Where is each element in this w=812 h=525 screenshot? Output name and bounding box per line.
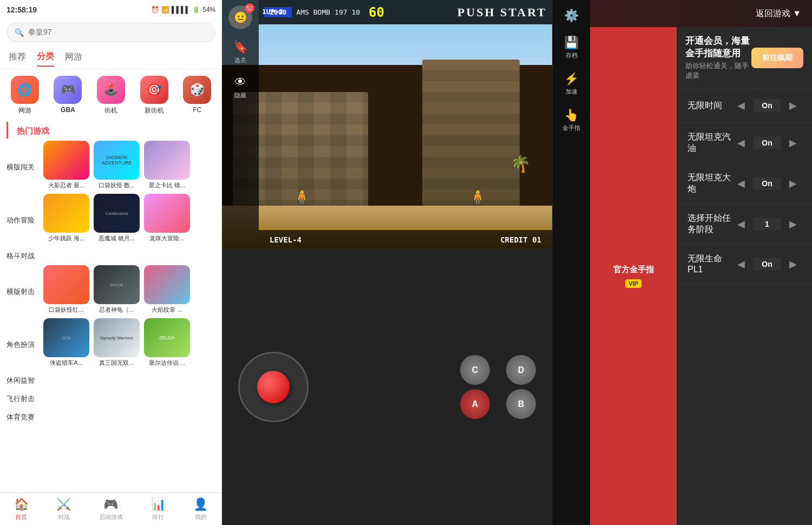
- category-icon-network: 🌐: [11, 76, 39, 104]
- game-row-fly: 飞行射击: [0, 388, 222, 406]
- cheat-arrow-left-time[interactable]: ◀: [733, 97, 749, 114]
- game-list: 热门游戏 横版闯关 火影忍者 最... DIGIMON ADVENTURE 口袋…: [0, 122, 222, 493]
- big-number: 60: [369, 5, 384, 20]
- gf-content: 开通会员，海量金手指随意用 助你轻松通关，随手虐菜 前往续期 无限时间 ◀ On: [677, 27, 812, 525]
- save-label: 存档: [566, 52, 578, 59]
- cheat-arrow-left-stage[interactable]: ◀: [733, 216, 749, 232]
- category-gba[interactable]: 🎮 GBA: [49, 76, 87, 115]
- game-row-rpg: 角色扮演 GTA 侠盗猎车A... Dynasty Warriors 真三国无双…: [0, 316, 222, 369]
- cheat-arrow-left-lives[interactable]: ◀: [733, 256, 749, 272]
- name-yugioh: 星之卡比 镜...: [144, 181, 190, 189]
- icon-save[interactable]: 💾 存档: [564, 36, 579, 59]
- game-zelda[interactable]: ZELDA 塞尔达传说 ...: [144, 318, 190, 367]
- cheat-value-stage: 1: [754, 218, 781, 231]
- wifi-icon: 📶: [161, 6, 169, 14]
- tab-recommend[interactable]: 推荐: [9, 48, 26, 66]
- dpad[interactable]: [238, 352, 309, 422]
- cheat-name-lives: 无限生命 PL1: [687, 253, 733, 274]
- cheat-control-stage: ◀ 1 ▶: [733, 216, 801, 232]
- button-d[interactable]: D: [506, 355, 536, 385]
- right-panel: ⚙️ 💾 存档 ⚡ 加速 👆 金手指 返回游戏 ▼: [552, 0, 812, 525]
- cheat-arrow-right-cannon[interactable]: ▶: [785, 175, 801, 192]
- sidebar-select-level[interactable]: 🔖 选关: [233, 40, 248, 64]
- game-row-shooter: 横版射击 口袋妖怪红... NINJA 忍者神龟（... 火焰纹章 ...: [0, 263, 222, 316]
- cheat-arrow-right-stage[interactable]: ▶: [785, 216, 801, 232]
- game-items-shooter: 口袋妖怪红... NINJA 忍者神龟（... 火焰纹章 ...: [43, 265, 190, 314]
- category-label-fc: FC: [193, 106, 201, 114]
- thumb-yugioh: [144, 141, 190, 180]
- cat-fighting: 格斗对战: [6, 247, 39, 261]
- game-digimon[interactable]: DIGIMON ADVENTURE 口袋妖怪 数...: [94, 141, 140, 189]
- bookmark-icon: 🔖: [233, 40, 248, 54]
- nav-profile[interactable]: 👤 我的: [193, 497, 208, 521]
- eye-icon: 👁: [234, 75, 246, 89]
- cheat-arrow-left-fuel[interactable]: ◀: [733, 135, 749, 151]
- game-pokemon[interactable]: 口袋妖怪红...: [43, 265, 89, 314]
- game-yugioh[interactable]: 星之卡比 镜...: [144, 141, 190, 189]
- name-fire: 火焰纹章 ...: [144, 306, 190, 314]
- name-onepice: 少年跳跃 海...: [43, 234, 89, 242]
- name-ninja: 忍者神龟（...: [94, 306, 140, 314]
- cheat-item-stage: 选择开始任务阶段 ◀ 1 ▶: [677, 204, 812, 245]
- btn-row-bottom: A B: [460, 389, 536, 419]
- game-fire[interactable]: 火焰纹章 ...: [144, 265, 190, 314]
- nav-battle[interactable]: ⚔️ 对战: [56, 497, 71, 521]
- turbo-label: 加速: [566, 88, 578, 95]
- tab-category[interactable]: 分类: [37, 48, 54, 67]
- category-label-new-arcade: 新街机: [145, 106, 164, 115]
- category-new-arcade[interactable]: 🎯 新街机: [135, 76, 173, 115]
- bomb-info: BOMB: [313, 8, 330, 16]
- search-input-wrapper[interactable]: 🔍 拳皇97: [6, 23, 215, 42]
- sidebar-hide[interactable]: 👁 隐藏: [234, 75, 246, 100]
- return-bar[interactable]: 返回游戏 ▼: [590, 0, 812, 27]
- search-bar: 🔍 拳皇97: [0, 19, 222, 45]
- vip-btn[interactable]: 前往续期: [751, 48, 803, 68]
- button-c[interactable]: C: [460, 355, 490, 385]
- action-buttons: C D A B: [460, 355, 536, 419]
- cat-shooter: 横版射击: [6, 265, 39, 314]
- nav-home[interactable]: 🏠 首页: [14, 497, 29, 521]
- nav-launch[interactable]: 🎮 启动游戏: [99, 497, 123, 521]
- game-onepice[interactable]: 少年跳跃 海...: [43, 194, 89, 242]
- middle-panel: 😐 52 🔖 选关 👁 隐藏 2000 AMS BOMB 197 10 60 P…: [222, 0, 552, 525]
- cheat-arrow-right-lives[interactable]: ▶: [785, 256, 801, 272]
- tab-online[interactable]: 网游: [65, 48, 82, 66]
- vip-promo: 开通会员，海量金手指随意用 助你轻松通关，随手虐菜 前往续期: [677, 27, 812, 89]
- game-dragonball[interactable]: 龙珠大冒险...: [144, 194, 190, 242]
- vip-badge: VIP: [625, 279, 641, 288]
- gold-finger-panel: 官方金手指 VIP 开通会员，海量金手指随意用 助你轻松通关，随手虐菜 前往续期: [590, 27, 812, 525]
- icon-turbo[interactable]: ⚡ 加速: [564, 72, 579, 95]
- cheat-arrow-right-time[interactable]: ▶: [785, 97, 801, 114]
- category-label-network: 网游: [18, 106, 31, 115]
- icon-gold-finger[interactable]: 👆 金手指: [562, 108, 580, 132]
- game-ninja[interactable]: NINJA 忍者神龟（...: [94, 265, 140, 314]
- game-row-action: 动作冒险 少年跳跃 海... Castlevania 恶魔城 晓月... 龙珠大…: [0, 192, 222, 245]
- battle-icon: ⚔️: [56, 497, 71, 511]
- cheat-item-time: 无限时间 ◀ On ▶: [677, 89, 812, 123]
- gf-tab[interactable]: 官方金手指 VIP: [590, 27, 677, 525]
- button-b[interactable]: B: [506, 389, 536, 419]
- game-castlevania[interactable]: Castlevania 恶魔城 晓月...: [94, 194, 140, 242]
- button-a[interactable]: A: [460, 389, 490, 419]
- cat-fly: 飞行射击: [6, 390, 39, 404]
- game-naruto[interactable]: 火影忍者 最...: [43, 141, 89, 189]
- nav-ranking[interactable]: 📊 排行: [151, 497, 166, 521]
- cheat-arrow-right-fuel[interactable]: ▶: [785, 135, 801, 151]
- game-gta[interactable]: GTA 侠盗猎车A...: [43, 318, 89, 367]
- nav-profile-label: 我的: [195, 513, 207, 521]
- category-fc[interactable]: 🎲 FC: [178, 76, 216, 115]
- category-network[interactable]: 🌐 网游: [6, 76, 44, 115]
- profile-icon: 👤: [193, 497, 208, 511]
- name-zelda: 塞尔达传说 ...: [144, 359, 190, 367]
- category-icon-fc: 🎲: [183, 76, 211, 104]
- cheat-control-fuel: ◀ On ▶: [733, 135, 801, 151]
- char-enemy: 🧍: [468, 188, 487, 206]
- cheat-item-lives: 无限生命 PL1 ◀ On ▶: [677, 245, 812, 284]
- signal-icon: ▌▌▌▌: [172, 6, 190, 14]
- cat-rpg: 角色扮演: [6, 318, 39, 367]
- cheat-arrow-left-cannon[interactable]: ◀: [733, 175, 749, 192]
- category-arcade[interactable]: 🕹️ 街机: [92, 76, 130, 115]
- game-dynasty[interactable]: Dynasty Warriors 真三国无双...: [94, 318, 140, 367]
- icon-settings[interactable]: ⚙️: [564, 9, 579, 23]
- game-screen: 2000 AMS BOMB 197 10 60 PUSH START 1UP-2…: [222, 0, 552, 249]
